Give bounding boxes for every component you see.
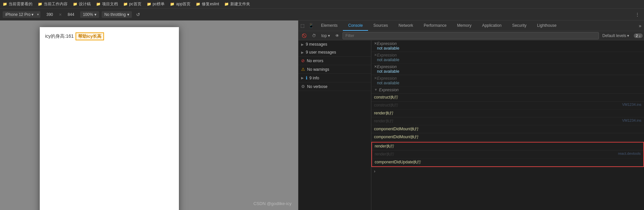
- topbar-item-7[interactable]: 📁 修复eslint: [196, 1, 219, 7]
- folder-icon: 📁: [96, 2, 101, 6]
- fn-name-dim: render执行: [375, 152, 394, 156]
- eye-icon: 👁: [335, 33, 339, 38]
- tab-elements[interactable]: Elements: [316, 21, 343, 31]
- tab-network[interactable]: Network: [393, 21, 418, 31]
- dim-separator: ×: [59, 12, 62, 17]
- clear-console-button[interactable]: 🚫: [300, 33, 309, 39]
- topbar-item-1[interactable]: 📁 当前工作内容: [38, 1, 68, 7]
- topbar-item-8[interactable]: 📁 新建文件夹: [224, 1, 250, 7]
- warning-icon: ⚠: [301, 67, 305, 72]
- device-icon-btn[interactable]: 📱: [306, 21, 316, 31]
- console-entry-expr3: ✕ Expression not available: [371, 63, 644, 75]
- tab-lighthouse-label: Lighthouse: [537, 23, 557, 28]
- tab-lighthouse[interactable]: Lighthouse: [532, 21, 562, 31]
- console-prompt[interactable]: ›: [371, 168, 644, 175]
- folder-icon: 📁: [3, 2, 7, 6]
- console-entry-render-dim2: render执行 react.devtools: [372, 150, 643, 158]
- topbar-label-0: 当前需要看的: [9, 1, 32, 7]
- entry-content: Expression not available: [377, 76, 641, 85]
- tab-application-label: Application: [482, 23, 502, 28]
- tab-sources-label: Sources: [373, 23, 388, 28]
- entry-content: construct执行: [374, 103, 619, 108]
- topbar-item-0[interactable]: 📁 当前需要看的: [3, 1, 32, 7]
- topbar-item-5[interactable]: 📁 pc榜单: [147, 1, 165, 7]
- tab-performance[interactable]: Performance: [418, 21, 452, 31]
- folder-icon: 📁: [123, 2, 128, 6]
- sidebar-item-info[interactable]: ▶ ℹ 9 info: [298, 74, 371, 82]
- entry-content: render执行: [374, 110, 641, 116]
- tab-console[interactable]: Console: [343, 21, 368, 31]
- expand-icon: ▶: [301, 43, 304, 46]
- sidebar-item-verbose[interactable]: ⚙ No verbose: [298, 82, 371, 91]
- topbar-item-6[interactable]: 📁 app首页: [170, 1, 190, 7]
- device-select[interactable]: iPhone 12 Pro ▾: [3, 11, 40, 18]
- topbar-label-5: pc榜单: [153, 1, 165, 7]
- topbar-item-2[interactable]: 📁 设计稿: [73, 1, 91, 7]
- close-icon[interactable]: ✕: [374, 64, 377, 69]
- filter-input[interactable]: [343, 32, 599, 39]
- sidebar-item-warnings[interactable]: ⚠ No warnings: [298, 65, 371, 73]
- log-count-badge: 2 ↓: [634, 33, 643, 38]
- throttle-button[interactable]: No throttling ▾: [102, 11, 132, 18]
- console-entry-render-highlighted: render执行: [372, 143, 643, 150]
- height-input[interactable]: 844: [64, 12, 78, 17]
- tab-elements-label: Elements: [321, 23, 338, 28]
- entry-source[interactable]: VM1234.ins: [619, 103, 641, 106]
- close-icon[interactable]: ✕: [374, 53, 377, 57]
- sidebar-item-9messages[interactable]: ▶ 9 messages: [298, 40, 371, 48]
- device-select-wrapper[interactable]: iPhone 12 Pro ▾: [3, 11, 40, 18]
- fn-name-dim: render执行: [374, 119, 394, 123]
- not-available-text: not available: [377, 46, 641, 51]
- close-icon[interactable]: ✕: [374, 41, 377, 46]
- folder-icon: 📁: [38, 2, 42, 6]
- tab-sources[interactable]: Sources: [368, 21, 393, 31]
- width-input[interactable]: 390: [43, 12, 56, 17]
- entry-content: componentDidMount执行: [374, 134, 641, 140]
- chevron-down-icon: ▾: [328, 33, 330, 38]
- expression-label: Expression: [377, 76, 641, 81]
- close-icon[interactable]: ✕: [374, 76, 377, 80]
- sidebar-label-9messages: 9 messages: [306, 42, 368, 47]
- preserve-log-button[interactable]: ⏱: [310, 33, 318, 39]
- topbar-item-4[interactable]: 📁 pc首页: [123, 1, 141, 7]
- eye-button[interactable]: 👁: [333, 33, 341, 39]
- height-text: icy的身高:161: [45, 33, 74, 39]
- tab-application[interactable]: Application: [477, 21, 507, 31]
- tab-performance-label: Performance: [424, 23, 447, 28]
- zoom-button[interactable]: 100% ▾: [80, 11, 99, 18]
- tabs-more-button[interactable]: »: [636, 23, 644, 28]
- sidebar-group-verbose: ⚙ No verbose: [298, 82, 371, 91]
- topbar-label-3: 项目文档: [102, 1, 118, 7]
- folder-icon: 📁: [196, 2, 200, 6]
- devtools-tabs: ⬚ 📱 Elements Console Sources Network Per…: [298, 21, 644, 31]
- fn-name: componentDidUpdate执行: [375, 160, 421, 164]
- inspect-icon-btn[interactable]: ⬚: [298, 21, 306, 31]
- entry-source[interactable]: VM1234.ins: [619, 118, 641, 122]
- sidebar-group-info: ▶ ℹ 9 info: [298, 74, 371, 82]
- sidebar-item-user-messages[interactable]: ▶ 9 user messages: [298, 48, 371, 56]
- entry-content: render执行: [375, 151, 616, 157]
- sidebar-item-errors[interactable]: ⊘ No errors: [298, 57, 371, 65]
- refresh-button[interactable]: ↺: [134, 11, 142, 18]
- console-body: ▶ 9 messages ▶ 9 user messages ⊘ No erro…: [298, 40, 644, 210]
- console-input[interactable]: [377, 169, 641, 174]
- entry-source[interactable]: react.devtools: [616, 151, 641, 155]
- topbar-item-3[interactable]: 📁 项目文档: [96, 1, 118, 7]
- tab-security[interactable]: Security: [507, 21, 532, 31]
- console-entry-construct-dim: construct执行 VM1234.ins: [371, 102, 644, 109]
- context-selector[interactable]: top ▾: [319, 33, 332, 39]
- collapse-icon[interactable]: ▼: [374, 88, 378, 92]
- console-sidebar: ▶ 9 messages ▶ 9 user messages ⊘ No erro…: [298, 40, 371, 210]
- context-label: top: [321, 33, 327, 38]
- entry-content: render执行: [374, 118, 619, 124]
- console-entry-construct: construct执行: [371, 94, 644, 102]
- topbar-label-2: 设计稿: [79, 1, 91, 7]
- entry-content: Expression: [379, 88, 641, 92]
- tab-memory[interactable]: Memory: [452, 21, 477, 31]
- device-toolbar: iPhone 12 Pro ▾ 390 × 844 100% ▾ No thro…: [0, 9, 644, 21]
- tab-network-label: Network: [399, 23, 413, 28]
- more-options-button[interactable]: ⋮: [633, 11, 641, 18]
- default-levels-button[interactable]: Default levels ▾: [600, 33, 631, 39]
- topbar-label-6: app首页: [176, 1, 190, 7]
- topbar-label-7: 修复eslint: [202, 1, 219, 7]
